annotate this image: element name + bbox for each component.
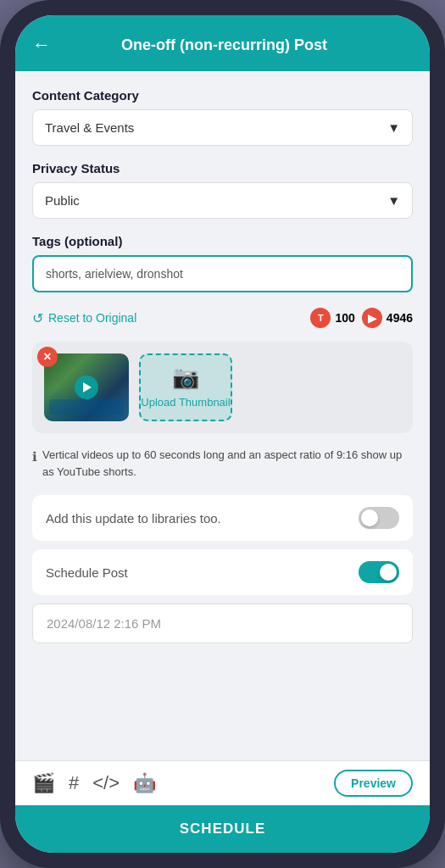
schedule-button[interactable]: SCHEDULE [15, 805, 430, 853]
library-toggle-row: Add this update to libraries too. [32, 495, 413, 541]
schedule-toggle-row: Schedule Post [32, 549, 413, 595]
content-category-label: Content Category [32, 88, 413, 103]
remove-thumbnail-button[interactable]: × [37, 347, 58, 367]
privacy-status-select[interactable]: Public ▼ [32, 182, 413, 219]
info-icon: ℹ [32, 448, 37, 467]
reset-label: Reset to Original [48, 311, 136, 325]
t-badge: T [310, 308, 331, 328]
schedule-date-input[interactable]: 2024/08/12 2:16 PM [32, 604, 413, 643]
upload-thumbnail-label: Upload Thumbnail [141, 396, 230, 410]
yt-badge: ▶ [362, 308, 382, 328]
privacy-status-arrow-icon: ▼ [387, 193, 400, 208]
content-category-section: Content Category Travel & Events ▼ [32, 88, 413, 146]
scroll-content: Content Category Travel & Events ▼ Priva… [15, 71, 430, 760]
camera-icon: 📷 [172, 364, 199, 391]
reset-counters-row: ↺ Reset to Original T 100 ▶ 4946 [32, 308, 413, 328]
hashtag-icon[interactable]: # [69, 772, 79, 794]
privacy-status-label: Privacy Status [32, 161, 413, 175]
landscape-overlay [49, 399, 124, 415]
yt-count: 4946 [387, 311, 413, 325]
page-title: One-off (non-recurring) Post [61, 36, 387, 54]
content-category-select[interactable]: Travel & Events ▼ [32, 109, 413, 146]
counters-area: T 100 ▶ 4946 [310, 308, 413, 328]
robot-icon[interactable]: 🤖 [133, 772, 156, 794]
library-toggle-knob [361, 509, 378, 526]
youtube-icon: ▶ [368, 312, 376, 325]
thumbnail-preview: × [44, 353, 129, 421]
video-icon[interactable]: 🎬 [32, 772, 55, 794]
reset-to-original-button[interactable]: ↺ Reset to Original [32, 310, 136, 326]
phone-screen: ← One-off (non-recurring) Post Content C… [15, 15, 430, 853]
content-category-arrow-icon: ▼ [387, 120, 400, 135]
play-button[interactable] [75, 376, 98, 399]
thumbnail-image [44, 353, 129, 421]
info-text: ℹ Vertical videos up to 60 seconds long … [32, 447, 413, 480]
tags-label: Tags (optional) [32, 234, 413, 248]
library-toggle-label: Add this update to libraries too. [46, 511, 221, 526]
preview-button[interactable]: Preview [334, 770, 413, 797]
schedule-toggle-knob [380, 564, 397, 581]
bottom-toolbar: 🎬 # </> 🤖 Preview [15, 760, 430, 805]
privacy-status-value: Public [45, 193, 80, 208]
phone-frame: ← One-off (non-recurring) Post Content C… [0, 0, 445, 868]
library-toggle[interactable] [359, 507, 399, 529]
header: ← One-off (non-recurring) Post [15, 15, 430, 71]
yt-counter: ▶ 4946 [362, 308, 413, 328]
privacy-status-section: Privacy Status Public ▼ [32, 161, 413, 219]
upload-thumbnail-button[interactable]: 📷 Upload Thumbnail [139, 353, 232, 421]
thumbnail-section: × 📷 Upload Thumbnail [32, 342, 413, 433]
tags-input[interactable] [32, 255, 413, 292]
tags-section: Tags (optional) [32, 234, 413, 292]
schedule-toggle-label: Schedule Post [46, 565, 128, 580]
code-icon[interactable]: </> [92, 772, 120, 794]
thumbnail-row: × 📷 Upload Thumbnail [44, 353, 401, 421]
info-content: Vertical videos up to 60 seconds long an… [42, 447, 413, 480]
t-count: 100 [335, 311, 354, 325]
back-button[interactable]: ← [32, 34, 51, 56]
schedule-toggle[interactable] [359, 561, 399, 583]
reset-icon: ↺ [32, 310, 43, 326]
content-category-value: Travel & Events [45, 120, 134, 135]
t-counter: T 100 [310, 308, 354, 328]
